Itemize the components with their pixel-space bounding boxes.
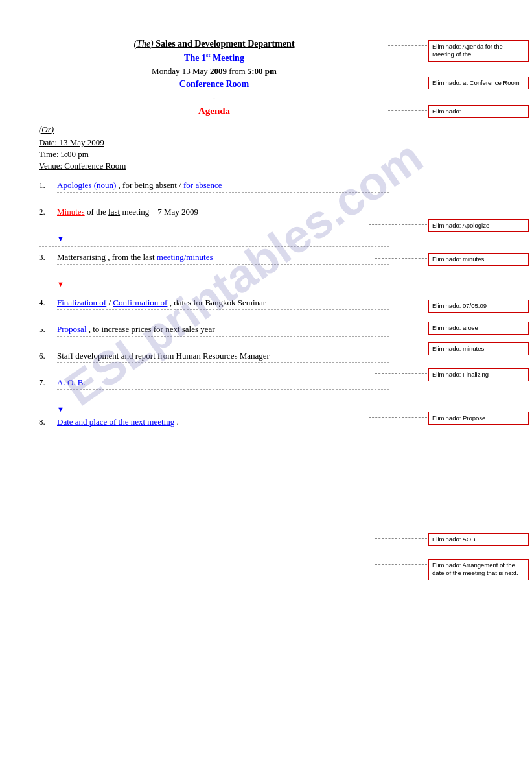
ann5-line [375, 258, 427, 259]
item3-word1: Matters [57, 252, 83, 262]
date-year: 2009 [210, 66, 227, 76]
item-number-7: 7. [39, 377, 57, 388]
ann4-line [369, 224, 427, 225]
venue-link[interactable]: Conference Room [179, 79, 249, 89]
ann5-text: Eliminado: minutes [432, 255, 484, 263]
ann9-box: Eliminado: Finalizing [428, 368, 529, 381]
ann2-box: Eliminado: at Conference Room [428, 77, 529, 89]
item3-word4: meeting/minutes [157, 252, 213, 262]
annotation-8: Eliminado: minutes [428, 342, 532, 355]
date-from: from [227, 66, 246, 76]
ann3-line [388, 110, 427, 111]
agenda-item-3: 3. Mattersarising , from the last meetin… [39, 252, 389, 265]
ann6-box: Eliminado: 07/05.09 [428, 300, 529, 313]
annotation-2: Eliminado: at Conference Room [428, 77, 532, 89]
ann9-line [375, 373, 427, 374]
agenda-item-4: 4. Finalization of / Confirmation of , d… [39, 298, 389, 310]
agenda-item-2: 2. Minutes of the last meeting 7 May 200… [39, 207, 389, 219]
ann7-box: Eliminado: arose [428, 322, 529, 335]
dots-separator: . [39, 92, 389, 102]
annotations-panel: Eliminado: Agenda for the Meeting of the… [402, 0, 532, 758]
item2-word2: of the [85, 207, 108, 217]
item4-word1: Finalization of [57, 298, 106, 307]
ann1-text: Eliminado: Agenda for the Meeting of the [432, 43, 503, 58]
ann2-line [388, 82, 427, 82]
item3-word2: arising [83, 252, 106, 262]
venue-line: Conference Room [39, 79, 389, 89]
agenda-item-8: 8. Date and place of the next meeting . [39, 417, 389, 429]
item-text-7: A. O. B. [57, 377, 389, 390]
annotation-6: Eliminado: 07/05.09 [428, 300, 532, 313]
item-text-2: Minutes of the last meeting 7 May 2009 [57, 207, 389, 219]
annotation-5: Eliminado: minutes [428, 253, 532, 266]
item-text-6: Staff development and report from Human … [57, 351, 389, 363]
ann12-line [375, 564, 427, 565]
item5-word1: Proposal [57, 324, 87, 334]
item1-word3: for absence [183, 180, 222, 190]
ann8-box: Eliminado: minutes [428, 342, 529, 355]
agenda-item-7: 7. A. O. B. [39, 377, 389, 390]
agenda-item-1: 1. Apologies (noun) , for being absent /… [39, 180, 389, 193]
ann4-box: Eliminado: Apologize [428, 219, 529, 232]
ann8-text: Eliminado: minutes [432, 345, 484, 352]
ann10-line [369, 417, 427, 418]
annotation-3: Eliminado: [428, 105, 532, 118]
blue-arrow-marker-2: ▼ [57, 404, 389, 414]
title-text: Sales and Development Department [156, 39, 294, 49]
ann2-text: Eliminado: at Conference Room [432, 79, 520, 86]
meeting-title: The 1st Meeting [39, 52, 389, 64]
ann11-box: Eliminado: AOB [428, 533, 529, 546]
item7-aob: A. O. B. [57, 377, 86, 387]
item8-word2: . [174, 417, 179, 427]
date-info: Date: 13 May 2009 [39, 137, 389, 148]
agenda-title: Agenda [39, 106, 389, 117]
item4-word3: Confirmation of [113, 298, 167, 307]
ann3-text: Eliminado: [432, 108, 461, 115]
item2-word1: Minutes [57, 207, 85, 217]
item-text-8: Date and place of the next meeting . [57, 417, 389, 429]
time-value: 5:00 pm [248, 66, 277, 76]
the-prefix: (The) [133, 39, 153, 49]
item-number-1: 1. [39, 180, 57, 191]
item-number-4: 4. [39, 298, 57, 308]
ann7-line [375, 327, 427, 327]
item-text-1: Apologies (noun) , for being absent / fo… [57, 180, 389, 193]
or-section: (Or) Date: 13 May 2009 Time: 5:00 pm Ven… [39, 124, 389, 171]
ann10-text: Eliminado: Propose [432, 414, 485, 421]
date-line: Monday 13 May 2009 from 5:00 pm [39, 66, 389, 77]
meeting-prefix: The 1 [184, 53, 206, 63]
ann5-box: Eliminado: minutes [428, 253, 529, 266]
annotation-12: Eliminado: Arrangement of the date of th… [428, 559, 532, 580]
agenda-items: 1. Apologies (noun) , for being absent /… [39, 180, 389, 429]
item1-word1: Apologies (noun) [57, 180, 116, 190]
ann1-box: Eliminado: Agenda for the Meeting of the [428, 40, 529, 62]
department-title: (The) Sales and Development Department [39, 39, 389, 49]
ann11-text: Eliminado: AOB [432, 536, 476, 543]
header-section: (The) Sales and Development Department T… [39, 39, 389, 117]
annotation-11: Eliminado: AOB [428, 533, 532, 546]
ann4-text: Eliminado: Apologize [432, 222, 489, 229]
item6-text: Staff development and report from Human … [57, 351, 270, 361]
agenda-item-6: 6. Staff development and report from Hum… [39, 351, 389, 363]
time-info: Time: 5:00 pm [39, 149, 389, 160]
annotation-4: Eliminado: Apologize [428, 219, 532, 232]
ann9-text: Eliminado: Finalizing [432, 371, 489, 378]
annotation-1: Eliminado: Agenda for the Meeting of the [428, 40, 532, 62]
section-divider-1 [39, 246, 389, 247]
item-number-8: 8. [39, 417, 57, 427]
ann8-line [375, 348, 427, 348]
ann7-text: Eliminado: arose [432, 324, 478, 331]
ann3-box: Eliminado: [428, 105, 529, 118]
ann10-box: Eliminado: Propose [428, 412, 529, 425]
item-number-5: 5. [39, 324, 57, 335]
item5-word2: , to increase prices for next sales year [87, 324, 215, 334]
item-number-3: 3. [39, 252, 57, 263]
agenda-item-5: 5. Proposal , to increase prices for nex… [39, 324, 389, 337]
main-content: (The) Sales and Development Department T… [39, 0, 389, 429]
ann6-text: Eliminado: 07/05.09 [432, 302, 487, 309]
item8-word1: Date and place of the next meeting [57, 417, 174, 427]
annotation-9: Eliminado: Finalizing [428, 368, 532, 381]
item-number-2: 2. [39, 207, 57, 217]
item2-word3: last [108, 207, 120, 217]
red-arrow-marker: ▼ [57, 279, 389, 289]
